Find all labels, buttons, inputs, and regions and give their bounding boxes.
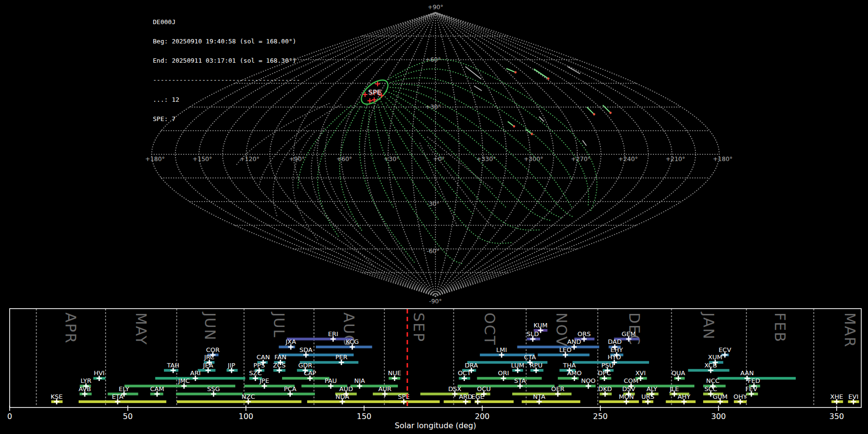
- shower-code-label: DKD: [598, 385, 612, 393]
- shower-rpu: RPU: [530, 362, 543, 373]
- shower-code-label: DPC: [598, 369, 611, 377]
- shower-code-label: SSG: [207, 385, 220, 393]
- month-label: JAN: [700, 312, 717, 340]
- separator-line: ---------------------------------------: [153, 77, 300, 83]
- shower-code-label: LEO: [559, 346, 572, 353]
- shower-code-label: ARI: [190, 369, 201, 377]
- shower-jip: JIP: [227, 362, 238, 373]
- shower-code-label: ARD: [459, 393, 473, 400]
- obs-end: End: 20250911 03:17:01 (sol = 168.30°): [153, 57, 300, 64]
- meteor-count-spe: SPE: 7: [153, 116, 300, 122]
- shower-code-label: RPU: [530, 362, 542, 369]
- x-tick-label: 350: [829, 412, 844, 421]
- shower-code-label: LUM: [511, 362, 524, 369]
- x-tick-label: 100: [239, 412, 254, 421]
- longitude-label: +120°: [240, 155, 259, 163]
- shower-bars: KUMERISLDORSGEMJXAKCGANDDADCORSDALMILEOE…: [51, 322, 859, 405]
- latitude-label: -60°: [427, 247, 440, 255]
- shower-code-label: OCT: [458, 369, 471, 377]
- latitude-label: +60°: [425, 56, 441, 63]
- meteor-segment: [526, 129, 532, 134]
- shower-code-label: AHY: [678, 393, 691, 400]
- shower-code-label: NTA: [533, 393, 545, 400]
- longitude-label: +30°: [384, 155, 400, 163]
- x-axis: 050100150200250300350Solar longitude (de…: [7, 406, 844, 430]
- shower-code-label: SZC: [249, 369, 261, 377]
- shower-code-label: COM: [624, 377, 638, 384]
- x-tick-label: 250: [593, 412, 608, 421]
- shower-code-label: OER: [551, 385, 564, 393]
- shower-bar: [477, 377, 542, 380]
- shower-code-label: THA: [563, 362, 576, 369]
- shower-code-label: ORI: [498, 369, 509, 377]
- month-label: SEP: [410, 312, 427, 342]
- shower-code-label: ORS: [577, 330, 591, 338]
- meteor-segment: [587, 107, 594, 114]
- shower-code-label: PPS: [253, 362, 265, 369]
- shower-code-label: XCB: [705, 362, 717, 369]
- shower-code-label: NZC: [242, 393, 255, 400]
- shower-hvi: HVI: [93, 369, 105, 381]
- meteor-endpoint: [547, 78, 550, 80]
- longitude-label: +180°: [713, 155, 732, 163]
- shower-code-label: AMO: [567, 369, 582, 377]
- x-tick-label: 300: [711, 412, 726, 421]
- shower-code-label: PCA: [284, 385, 297, 393]
- shower-xhe: XHE: [830, 393, 843, 405]
- shower-code-label: XUM: [708, 353, 722, 361]
- meteor-segment: [603, 105, 610, 113]
- shower-code-label: NUE: [388, 369, 401, 377]
- shower-ege: EGE: [471, 393, 514, 405]
- camera-id: DE000J: [153, 19, 300, 25]
- meteor-segment: [508, 122, 514, 126]
- shower-code-label: ERI: [328, 330, 338, 338]
- meteor-trail: [380, 99, 512, 244]
- shower-bar: [599, 400, 639, 403]
- meridian-line: [294, 13, 435, 297]
- meteor-trail: [391, 78, 572, 180]
- radiant-group: SPESPE: [357, 76, 392, 108]
- x-tick-label: 150: [357, 412, 372, 421]
- x-tick-label: 200: [475, 412, 490, 421]
- shower-code-label: JXA: [285, 338, 296, 345]
- shower-bar: [287, 338, 353, 340]
- shower-code-label: SLD: [527, 330, 539, 338]
- longitude-label: +270°: [571, 155, 591, 163]
- shower-jxa: JXA: [279, 338, 296, 350]
- north-pole-label: +90°: [428, 3, 444, 11]
- shower-code-label: PAU: [325, 377, 337, 384]
- month-label: APR: [62, 312, 79, 344]
- x-tick-label: 0: [7, 412, 12, 421]
- shower-lum: LUM: [511, 362, 524, 373]
- meteor-endpoint: [513, 125, 515, 128]
- shower-code-label: COR: [206, 346, 219, 353]
- sporadic-segment: [539, 117, 544, 122]
- shower-bar: [522, 400, 581, 403]
- longitude-label: +210°: [665, 155, 685, 163]
- south-pole-label: -90°: [429, 298, 442, 305]
- shower-code-label: NIA: [354, 377, 365, 384]
- shower-code-label: AUR: [378, 385, 391, 393]
- shower-code-label: ELY: [119, 385, 129, 393]
- shower-bar: [517, 346, 599, 349]
- shower-code-label: CAM: [150, 385, 164, 393]
- shower-code-label: JEA: [203, 362, 213, 369]
- shower-urs: URS: [641, 393, 654, 405]
- shower-code-label: XHE: [830, 393, 843, 400]
- shower-code-label: EGE: [471, 393, 484, 400]
- shower-code-label: JRC: [203, 353, 214, 361]
- shower-ohy: OHY: [733, 393, 747, 405]
- sporadic-segment: [568, 67, 580, 74]
- shower-code-label: CTA: [524, 353, 536, 361]
- shower-code-label: ETA: [112, 393, 123, 400]
- shower-code-label: DAD: [608, 338, 622, 345]
- shower-code-label: LYR: [81, 377, 92, 384]
- shower-dpc: DPC: [598, 369, 611, 381]
- meteor-endpoint: [593, 113, 596, 116]
- shower-bar: [703, 400, 728, 403]
- shower-bar: [475, 400, 514, 403]
- shower-code-label: OHY: [733, 393, 747, 400]
- shower-code-label: URS: [641, 393, 654, 400]
- shower-code-label: NOO: [581, 377, 596, 384]
- obs-begin: Beg: 20250910 19:40:58 (sol = 168.00°): [153, 38, 300, 44]
